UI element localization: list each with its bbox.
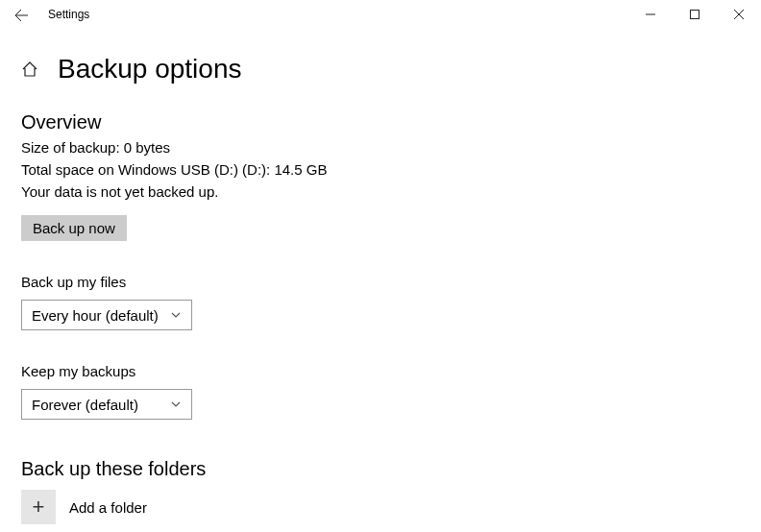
home-icon — [21, 60, 38, 78]
overview-heading: Overview — [21, 111, 761, 133]
window-controls — [628, 0, 761, 29]
backup-frequency-select[interactable]: Every hour (default) — [21, 300, 192, 330]
back-button[interactable] — [0, 0, 42, 31]
page-header: Backup options — [0, 54, 761, 85]
add-folder-label: Add a folder — [69, 499, 147, 516]
maximize-icon — [690, 10, 700, 19]
keep-backups-select[interactable]: Forever (default) — [21, 389, 192, 420]
close-button[interactable] — [717, 0, 761, 29]
chevron-down-icon — [170, 397, 182, 413]
folders-heading: Back up these folders — [21, 458, 761, 480]
maximize-button[interactable] — [673, 0, 717, 29]
window-title: Settings — [42, 0, 89, 21]
page-title: Backup options — [58, 54, 241, 85]
backup-size-line: Size of backup: 0 bytes — [21, 139, 761, 156]
close-icon — [734, 10, 744, 19]
keep-backups-label: Keep my backups — [21, 363, 761, 379]
content: Overview Size of backup: 0 bytes Total s… — [0, 111, 761, 524]
backup-frequency-label: Back up my files — [21, 274, 761, 290]
chevron-down-icon — [170, 307, 182, 324]
keep-backups-value: Forever (default) — [32, 397, 138, 413]
backup-status-line: Your data is not yet backed up. — [21, 183, 761, 200]
backup-now-button[interactable]: Back up now — [21, 215, 127, 241]
minimize-button[interactable] — [628, 0, 673, 29]
arrow-left-icon — [13, 8, 29, 23]
title-bar: Settings — [0, 0, 761, 35]
add-folder-button[interactable]: + Add a folder — [21, 490, 761, 524]
minimize-icon — [646, 10, 655, 19]
total-space-line: Total space on Windows USB (D:) (D:): 14… — [21, 161, 761, 178]
plus-icon: + — [21, 490, 56, 524]
home-button[interactable] — [19, 60, 40, 78]
backup-frequency-value: Every hour (default) — [32, 307, 159, 324]
svg-rect-1 — [691, 11, 700, 19]
